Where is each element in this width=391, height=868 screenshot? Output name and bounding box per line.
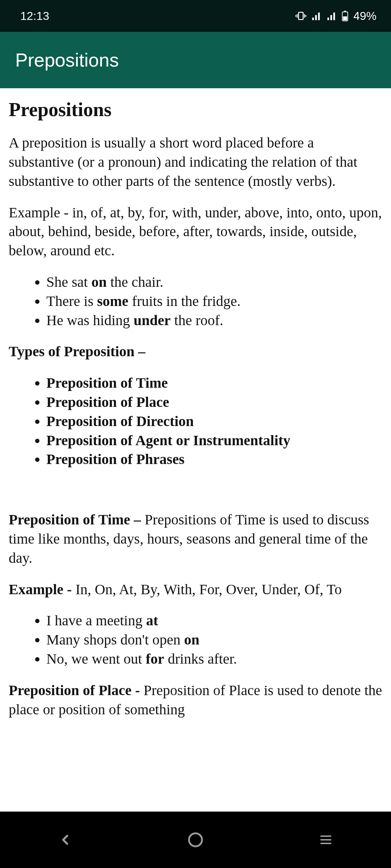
list-item: He was hiding under the roof. [46, 311, 382, 330]
list-item: Preposition of Agent or Instrumentality [46, 431, 382, 450]
svg-point-14 [189, 833, 202, 846]
svg-rect-5 [312, 18, 314, 20]
example-sentences-list: She sat on the chair. There is some frui… [9, 273, 382, 330]
svg-rect-10 [333, 13, 335, 20]
battery-percentage: 49% [353, 9, 377, 23]
example-list-paragraph: Example - in, of, at, by, for, with, und… [9, 203, 382, 260]
recents-button[interactable] [290, 825, 362, 854]
types-list: Preposition of Time Preposition of Place… [9, 374, 382, 469]
vibrate-icon [295, 10, 306, 21]
list-item: Preposition of Phrases [46, 450, 382, 469]
home-button[interactable] [159, 825, 232, 854]
page-title: Prepositions [9, 97, 382, 123]
list-item: No, we went out for drinks after. [46, 650, 382, 669]
list-item: Many shops don't open on [46, 630, 382, 650]
svg-rect-13 [343, 16, 347, 20]
svg-rect-6 [315, 15, 317, 20]
time-section-paragraph: Preposition of Time – Prepositions of Ti… [9, 510, 382, 567]
app-bar-title: Prepositions [15, 49, 119, 71]
signal-icon-2 [327, 11, 337, 21]
signal-icon [311, 11, 321, 21]
types-heading: Types of Preposition – [9, 342, 382, 361]
list-item: Preposition of Time [46, 374, 382, 393]
list-item: There is some fruits in the fridge. [46, 292, 382, 311]
app-bar: Prepositions [0, 32, 391, 88]
svg-rect-0 [299, 12, 303, 20]
time-sentences-list: I have a meeting at Many shops don't ope… [9, 611, 382, 668]
svg-rect-8 [327, 18, 329, 20]
status-bar: 12:13 49% [0, 0, 391, 32]
list-item: Preposition of Place [46, 393, 382, 412]
svg-rect-9 [330, 15, 332, 20]
status-time: 12:13 [20, 9, 49, 23]
back-button[interactable] [29, 825, 101, 854]
place-section-paragraph: Preposition of Place - Preposition of Pl… [9, 681, 382, 719]
status-right: 49% [295, 9, 377, 23]
definition-paragraph: A preposition is usually a short word pl… [9, 133, 382, 191]
svg-rect-7 [318, 13, 320, 20]
time-example-paragraph: Example - In, On, At, By, With, For, Ove… [9, 580, 382, 599]
list-item: Preposition of Direction [46, 412, 382, 431]
navigation-bar [0, 812, 391, 868]
list-item: I have a meeting at [46, 611, 382, 630]
content-area[interactable]: Prepositions A preposition is usually a … [0, 88, 391, 812]
list-item: She sat on the chair. [46, 273, 382, 292]
svg-rect-12 [344, 11, 346, 12]
battery-icon [342, 10, 348, 21]
